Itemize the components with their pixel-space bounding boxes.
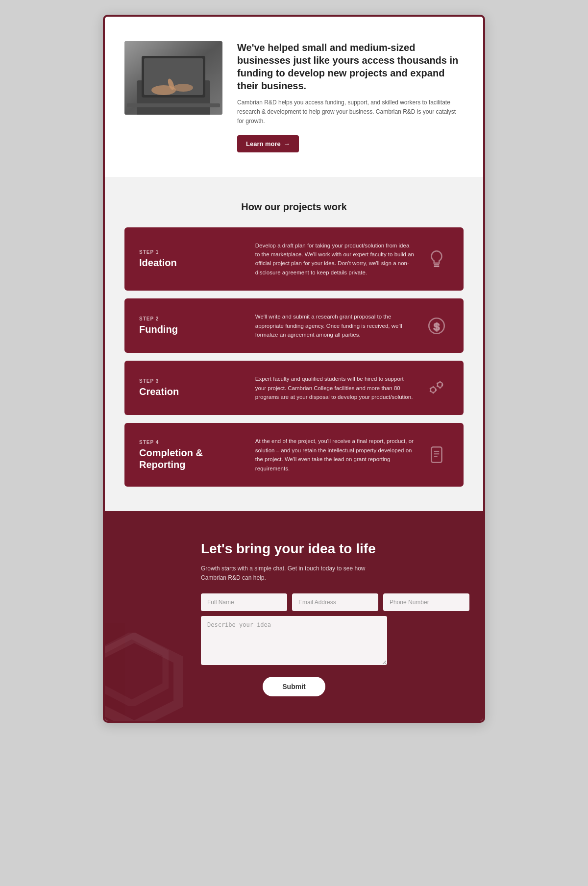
hero-image-illustration (124, 41, 222, 115)
hero-description: Cambrian R&D helps you access funding, s… (237, 98, 464, 126)
step-desc-2: We'll write and submit a research grant … (255, 312, 415, 339)
step-desc-1: Develop a draft plan for taking your pro… (255, 241, 415, 277)
step-desc-4: At the end of the project, you'll receiv… (255, 437, 415, 473)
cta-description: Growth starts with a simple chat. Get in… (201, 564, 387, 583)
cta-section: Let's bring your idea to life Growth sta… (105, 511, 483, 721)
step-name-4: Completion & Reporting (139, 447, 245, 470)
step-card-ideation: STEP 1 Ideation Develop a draft plan for… (124, 227, 464, 291)
document-icon (424, 443, 449, 467)
full-name-input[interactable] (201, 593, 287, 611)
email-input[interactable] (292, 593, 378, 611)
step-label-1: STEP 1 (139, 249, 245, 255)
gears-icon (424, 376, 449, 400)
svg-rect-14 (432, 447, 442, 463)
cta-title: Let's bring your idea to life (201, 541, 387, 557)
idea-textarea[interactable] (201, 616, 387, 665)
hero-title: We've helped small and medium-sized busi… (237, 41, 464, 92)
hero-image (124, 41, 222, 115)
step-label-2: STEP 2 (139, 316, 245, 321)
step-card-completion: STEP 4 Completion & Reporting At the end… (124, 423, 464, 487)
dollar-circle-icon: $ (424, 314, 449, 338)
learn-more-label: Learn more (246, 140, 281, 148)
steps-list: STEP 1 Ideation Develop a draft plan for… (124, 227, 464, 487)
hero-content: We've helped small and medium-sized busi… (237, 41, 464, 152)
page-wrapper: We've helped small and medium-sized busi… (103, 15, 485, 723)
svg-point-12 (431, 387, 436, 393)
hero-section: We've helped small and medium-sized busi… (105, 17, 483, 177)
step-left-funding: STEP 2 Funding (139, 316, 245, 335)
step-label-4: STEP 4 (139, 440, 245, 445)
step-name-2: Funding (139, 323, 245, 335)
step-label-3: STEP 3 (139, 378, 245, 384)
svg-point-6 (173, 84, 193, 92)
section-title: How our projects work (124, 201, 464, 213)
submit-button[interactable]: Submit (263, 677, 325, 696)
submit-label: Submit (282, 683, 305, 690)
step-name-3: Creation (139, 386, 245, 397)
step-desc-3: Expert faculty and qualified students wi… (255, 374, 415, 401)
phone-input[interactable] (383, 593, 469, 611)
svg-text:$: $ (434, 320, 440, 332)
step-left-completion: STEP 4 Completion & Reporting (139, 440, 245, 470)
bg-decoration-2 (105, 633, 169, 706)
step-card-creation: STEP 3 Creation Expert faculty and quali… (124, 361, 464, 415)
learn-more-button[interactable]: Learn more → (237, 135, 299, 152)
step-left-creation: STEP 3 Creation (139, 378, 245, 397)
form-row-1 (201, 593, 387, 611)
projects-section: How our projects work STEP 1 Ideation De… (105, 177, 483, 511)
cta-content: Let's bring your idea to life Growth sta… (201, 541, 387, 696)
arrow-icon: → (284, 140, 290, 148)
step-card-funding: STEP 2 Funding We'll write and submit a … (124, 298, 464, 353)
step-name-1: Ideation (139, 257, 245, 269)
step-left-ideation: STEP 1 Ideation (139, 249, 245, 269)
lightbulb-icon (424, 246, 449, 271)
